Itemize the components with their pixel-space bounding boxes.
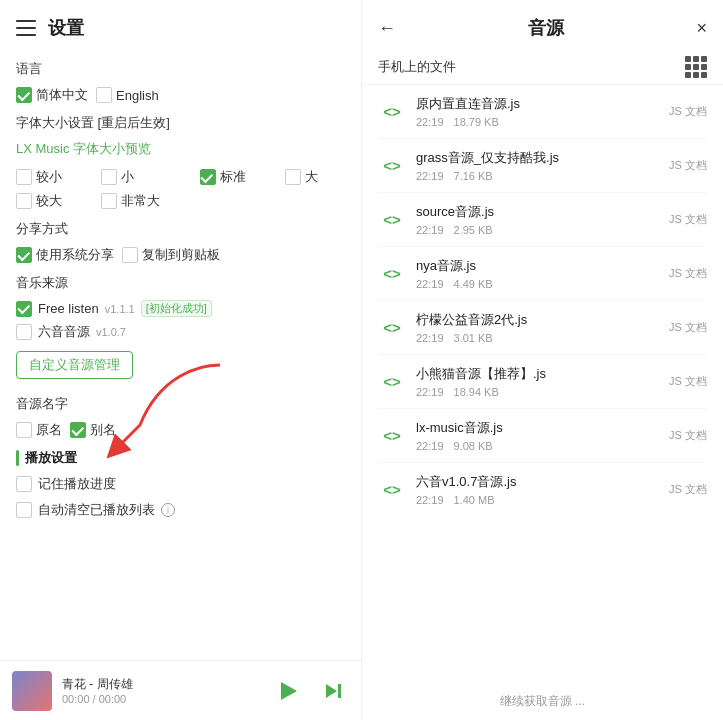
fast-forward-button[interactable] xyxy=(317,675,349,707)
font-size-large[interactable]: 大 xyxy=(285,168,345,186)
js-file-icon: <> xyxy=(378,368,406,396)
font-size-xxlarge[interactable]: 非常大 xyxy=(101,192,187,210)
music-source-freelisten: Free listen v1.1.1 [初始化成功] xyxy=(16,300,345,317)
file-size: 2.95 KB xyxy=(454,224,493,236)
share-system-item[interactable]: 使用系统分享 xyxy=(16,246,114,264)
code-icon: <> xyxy=(383,211,401,228)
freelisten-version: v1.1.1 xyxy=(105,303,135,315)
language-label: 语言 xyxy=(16,60,345,78)
file-name: nya音源.js xyxy=(416,257,659,275)
album-art xyxy=(12,671,52,711)
font-size-small[interactable]: 小 xyxy=(101,168,187,186)
font-size-xlarge-label: 较大 xyxy=(36,192,62,210)
player-bar: 青花 - 周传雄 00:00 / 00:00 xyxy=(0,660,361,720)
font-size-normal-checkbox[interactable] xyxy=(200,169,216,185)
file-type-badge: JS 文档 xyxy=(669,482,707,497)
file-details: 原内置直连音源.js 22:19 18.79 KB xyxy=(416,95,659,128)
file-name: grass音源_仅支持酷我.js xyxy=(416,149,659,167)
close-button[interactable]: × xyxy=(696,18,707,39)
font-size-xlarge[interactable]: 较大 xyxy=(16,192,89,210)
font-size-xlarge-checkbox[interactable] xyxy=(16,193,32,209)
file-time: 22:19 xyxy=(416,332,444,344)
font-size-xsmall[interactable]: 较小 xyxy=(16,168,89,186)
freelisten-status: [初始化成功] xyxy=(141,300,212,317)
font-size-small-checkbox[interactable] xyxy=(101,169,117,185)
font-size-large-checkbox[interactable] xyxy=(285,169,301,185)
file-type-badge: JS 文档 xyxy=(669,212,707,227)
file-type-badge: JS 文档 xyxy=(669,428,707,443)
music-source-liuyin: 六音音源 v1.0.7 xyxy=(16,323,345,341)
lang-chinese-checkbox[interactable] xyxy=(16,87,32,103)
file-item[interactable]: <> nya音源.js 22:19 4.49 KB JS 文档 xyxy=(378,247,707,301)
source-original-checkbox[interactable] xyxy=(16,422,32,438)
settings-panel: 设置 语言 简体中文 English 字体大小设置 [重启后生效] LX Mus… xyxy=(0,0,362,720)
song-info: 青花 - 周传雄 00:00 / 00:00 xyxy=(62,676,261,705)
font-size-normal-label: 标准 xyxy=(220,168,246,186)
file-size: 4.49 KB xyxy=(454,278,493,290)
share-system-checkbox[interactable] xyxy=(16,247,32,263)
back-button[interactable]: ← xyxy=(378,18,396,39)
font-preview-link[interactable]: LX Music 字体大小预览 xyxy=(16,140,345,158)
info-icon[interactable]: i xyxy=(161,503,175,517)
share-clipboard-item[interactable]: 复制到剪贴板 xyxy=(122,246,220,264)
lang-english-checkbox[interactable] xyxy=(96,87,112,103)
grid-view-icon[interactable] xyxy=(685,56,707,78)
font-size-normal[interactable]: 标准 xyxy=(200,168,273,186)
freelisten-checkbox[interactable] xyxy=(16,301,32,317)
file-item[interactable]: <> grass音源_仅支持酷我.js 22:19 7.16 KB JS 文档 xyxy=(378,139,707,193)
source-alias-checkbox[interactable] xyxy=(70,422,86,438)
file-size: 18.79 KB xyxy=(454,116,499,128)
share-system-label: 使用系统分享 xyxy=(36,246,114,264)
hamburger-icon[interactable] xyxy=(16,20,36,36)
custom-source-button[interactable]: 自定义音源管理 xyxy=(16,351,133,379)
auto-clear-row: 自动清空已播放列表 i xyxy=(16,501,345,519)
file-time: 22:19 xyxy=(416,224,444,236)
file-item[interactable]: <> 柠檬公益音源2代.js 22:19 3.01 KB JS 文档 xyxy=(378,301,707,355)
file-location-row: 手机上的文件 xyxy=(362,50,723,85)
file-type-badge: JS 文档 xyxy=(669,158,707,173)
js-file-icon: <> xyxy=(378,314,406,342)
js-file-icon: <> xyxy=(378,206,406,234)
file-item[interactable]: <> 小熊猫音源【推荐】.js 22:19 18.94 KB JS 文档 xyxy=(378,355,707,409)
js-file-icon: <> xyxy=(378,476,406,504)
file-details: 小熊猫音源【推荐】.js 22:19 18.94 KB xyxy=(416,365,659,398)
play-button[interactable] xyxy=(271,675,303,707)
source-alias-label: 别名 xyxy=(90,421,116,439)
source-alias-item[interactable]: 别名 xyxy=(70,421,116,439)
file-type-badge: JS 文档 xyxy=(669,374,707,389)
file-item[interactable]: <> 六音v1.0.7音源.js 22:19 1.40 MB JS 文档 xyxy=(378,463,707,516)
file-item[interactable]: <> source音源.js 22:19 2.95 KB JS 文档 xyxy=(378,193,707,247)
file-item[interactable]: <> lx-music音源.js 22:19 9.08 KB JS 文档 xyxy=(378,409,707,463)
code-icon: <> xyxy=(383,103,401,120)
source-original-item[interactable]: 原名 xyxy=(16,421,62,439)
file-time: 22:19 xyxy=(416,440,444,452)
share-options: 使用系统分享 复制到剪贴板 xyxy=(16,246,345,264)
share-clipboard-checkbox[interactable] xyxy=(122,247,138,263)
file-meta: 22:19 2.95 KB xyxy=(416,224,659,236)
file-time: 22:19 xyxy=(416,116,444,128)
source-title: 音源 xyxy=(408,16,684,40)
file-size: 9.08 KB xyxy=(454,440,493,452)
source-original-label: 原名 xyxy=(36,421,62,439)
file-size: 18.94 KB xyxy=(454,386,499,398)
file-time: 22:19 xyxy=(416,170,444,182)
js-file-icon: <> xyxy=(378,260,406,288)
liuyin-checkbox[interactable] xyxy=(16,324,32,340)
font-size-xxlarge-checkbox[interactable] xyxy=(101,193,117,209)
play-icon xyxy=(281,682,297,700)
file-item[interactable]: <> 原内置直连音源.js 22:19 18.79 KB JS 文档 xyxy=(378,85,707,139)
file-time: 22:19 xyxy=(416,278,444,290)
font-size-xsmall-label: 较小 xyxy=(36,168,62,186)
file-details: 六音v1.0.7音源.js 22:19 1.40 MB xyxy=(416,473,659,506)
settings-title: 设置 xyxy=(48,16,84,40)
lang-english-item[interactable]: English xyxy=(96,87,159,103)
lang-chinese-item[interactable]: 简体中文 xyxy=(16,86,88,104)
source-name-options: 原名 别名 xyxy=(16,421,345,439)
auto-clear-checkbox[interactable] xyxy=(16,502,32,518)
file-details: lx-music音源.js 22:19 9.08 KB xyxy=(416,419,659,452)
file-type-badge: JS 文档 xyxy=(669,266,707,281)
font-size-xsmall-checkbox[interactable] xyxy=(16,169,32,185)
file-name: lx-music音源.js xyxy=(416,419,659,437)
remember-progress-checkbox[interactable] xyxy=(16,476,32,492)
code-icon: <> xyxy=(383,481,401,498)
